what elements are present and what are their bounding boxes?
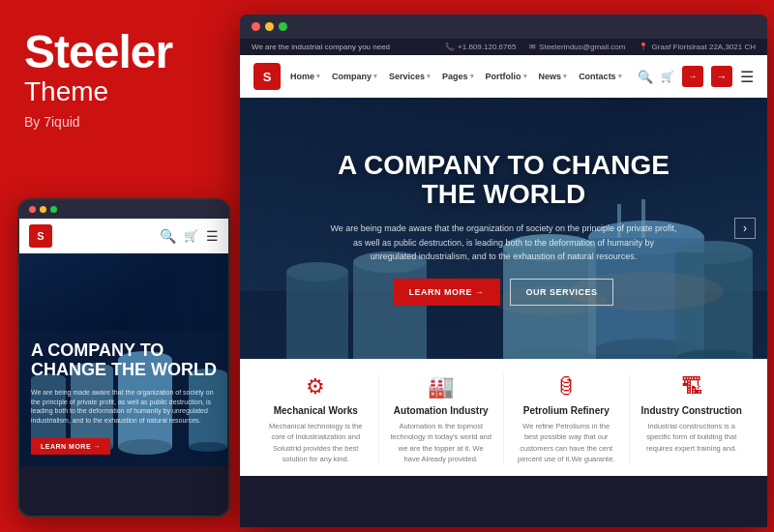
browser-dot-green — [279, 22, 287, 31]
petroleum-title: Petrolium Refinery — [516, 405, 617, 416]
petroleum-desc: We refine Petroliums in the best possibl… — [516, 421, 617, 464]
browser-chrome — [240, 15, 767, 39]
topbar-email: ✉ Steelerindus@gmail.com — [529, 43, 625, 51]
hero-title-line2: THE WORLD — [422, 179, 586, 209]
topbar-contacts: 📞 +1.609.120.6765 ✉ Steelerindus@gmail.c… — [445, 43, 756, 51]
nav-portfolio-arrow: ▾ — [523, 73, 527, 80]
arrow-icon: → — [717, 71, 728, 82]
hero-content: A COMPANY TO CHANGE THE WORLD We are bei… — [272, 151, 736, 307]
nav-news-label: News — [539, 72, 562, 81]
mobile-hero-title: A COMPANY TO CHANGE THE WORLD — [31, 341, 217, 380]
construction-title: Industry Construction — [641, 405, 743, 416]
nav-home-arrow: ▾ — [316, 73, 320, 80]
search-button[interactable]: 🔍 — [638, 70, 653, 84]
site-logo[interactable]: S — [253, 63, 281, 90]
nav-company-arrow: ▾ — [373, 73, 377, 80]
automation-icon: 🏭 — [391, 374, 492, 399]
service-mechanical: ⚙ Mechanical Works Mechanical technology… — [253, 374, 379, 464]
mechanical-desc: Mechanical technology is the core of Ind… — [265, 421, 367, 464]
mobile-dot-green — [50, 206, 57, 213]
nav-services-label: Services — [389, 72, 425, 81]
mobile-navbar: S 🔍 🛒 ☰ — [19, 219, 228, 253]
nav-item-company[interactable]: Company ▾ — [332, 72, 377, 81]
nav-item-contacts[interactable]: Contacts ▾ — [579, 72, 622, 81]
mobile-window-dots — [19, 200, 228, 219]
nav-contacts-arrow: ▾ — [618, 73, 622, 80]
cart-icon-white: → — [689, 72, 698, 81]
hamburger-menu-button[interactable]: ☰ — [740, 68, 754, 86]
topbar-phone: 📞 +1.609.120.6765 — [445, 43, 516, 51]
location-icon: 📍 — [639, 43, 648, 51]
site-topbar: We are the industrial company you need 📞… — [240, 39, 767, 55]
service-construction: 🏗 Industry Construction Industrial const… — [630, 374, 755, 464]
mobile-menu-icon: ☰ — [206, 228, 219, 244]
nav-contacts-label: Contacts — [579, 72, 616, 81]
mobile-hero: A COMPANY TO CHANGE THE WORLD We are bei… — [19, 253, 228, 466]
site-navbar: S Home ▾ Company ▾ Services ▾ Pages ▾ — [240, 55, 767, 98]
nav-red-cart-button[interactable]: → — [682, 66, 703, 87]
phone-number: +1.609.120.6765 — [458, 43, 516, 51]
nav-item-portfolio[interactable]: Portfolio ▾ — [486, 72, 527, 81]
email-icon: ✉ — [529, 43, 536, 51]
petroleum-icon: 🛢 — [516, 374, 617, 399]
services-section: ⚙ Mechanical Works Mechanical technology… — [240, 359, 767, 476]
our-services-button[interactable]: OUR SERVICES — [510, 279, 614, 306]
nav-news-arrow: ▾ — [563, 73, 567, 80]
site-hero: A COMPANY TO CHANGE THE WORLD We are bei… — [240, 98, 767, 359]
service-automation: 🏭 Automation Industry Automation is the … — [379, 374, 505, 464]
mobile-mockup: S 🔍 🛒 ☰ — [17, 198, 230, 517]
hero-buttons: LEARN MORE → OUR SERVICES — [330, 279, 678, 306]
left-panel: Steeler Theme By 7iquid S 🔍 🛒 ☰ — [0, 0, 232, 532]
phone-icon: 📞 — [445, 43, 455, 51]
browser-mockup: We are the industrial company you need 📞… — [240, 15, 767, 527]
automation-title: Automation Industry — [391, 405, 492, 416]
mechanical-icon: ⚙ — [265, 374, 367, 399]
nav-pages-arrow: ▾ — [470, 73, 474, 80]
address-text: Graaf Florislraat 22A,3021 CH — [651, 43, 756, 51]
email-address: Steelerindus@gmail.com — [539, 43, 625, 51]
mobile-dot-yellow — [40, 206, 46, 213]
nav-pages-label: Pages — [442, 72, 468, 81]
nav-company-label: Company — [332, 72, 372, 81]
hero-next-arrow[interactable]: › — [734, 218, 756, 239]
construction-icon: 🏗 — [641, 374, 743, 399]
nav-portfolio-label: Portfolio — [486, 72, 521, 81]
mobile-dot-red — [29, 206, 36, 213]
topbar-address: 📍 Graaf Florislraat 22A,3021 CH — [639, 43, 756, 51]
mobile-cart-icon: 🛒 — [184, 229, 198, 243]
mobile-nav-icons: 🔍 🛒 ☰ — [160, 228, 219, 244]
brand-subtitle: Theme — [24, 75, 208, 108]
service-petroleum: 🛢 Petrolium Refinery We refine Petrolium… — [504, 374, 630, 464]
cart-button[interactable]: 🛒 — [661, 71, 674, 83]
learn-more-button[interactable]: LEARN MORE → — [394, 279, 500, 306]
hero-title-line1: A COMPANY TO CHANGE — [338, 150, 670, 180]
browser-dot-red — [252, 22, 260, 31]
nav-services-arrow: ▾ — [427, 73, 431, 80]
nav-home-label: Home — [290, 72, 314, 81]
automation-desc: Automation is the topmost technology in … — [391, 421, 492, 464]
hero-title: A COMPANY TO CHANGE THE WORLD — [330, 151, 678, 211]
browser-dot-yellow — [265, 22, 274, 31]
nav-right-icons: 🔍 🛒 → → ☰ — [638, 66, 754, 87]
browser-content: We are the industrial company you need 📞… — [240, 39, 767, 476]
construction-desc: Industrial constructions is a specific f… — [641, 421, 743, 454]
mobile-hero-desc: We are being made aware that the organiz… — [31, 388, 217, 426]
hero-description: We are being made aware that the organiz… — [330, 222, 678, 263]
mobile-logo: S — [29, 224, 52, 248]
nav-item-home[interactable]: Home ▾ — [290, 72, 320, 81]
nav-arrow-button[interactable]: → — [711, 66, 732, 87]
mobile-search-icon: 🔍 — [160, 228, 176, 244]
nav-links: Home ▾ Company ▾ Services ▾ Pages ▾ Port… — [290, 72, 628, 81]
mobile-learn-more-button[interactable]: LEARN MORE → — [31, 438, 110, 455]
nav-item-news[interactable]: News ▾ — [539, 72, 568, 81]
topbar-tagline: We are the industrial company you need — [252, 43, 390, 51]
nav-item-pages[interactable]: Pages ▾ — [442, 72, 474, 81]
mobile-hero-text: A COMPANY TO CHANGE THE WORLD We are bei… — [31, 341, 217, 455]
brand-title: Steeler — [24, 29, 208, 75]
nav-item-services[interactable]: Services ▾ — [389, 72, 431, 81]
brand-by: By 7iquid — [24, 114, 208, 130]
mechanical-title: Mechanical Works — [265, 405, 367, 416]
